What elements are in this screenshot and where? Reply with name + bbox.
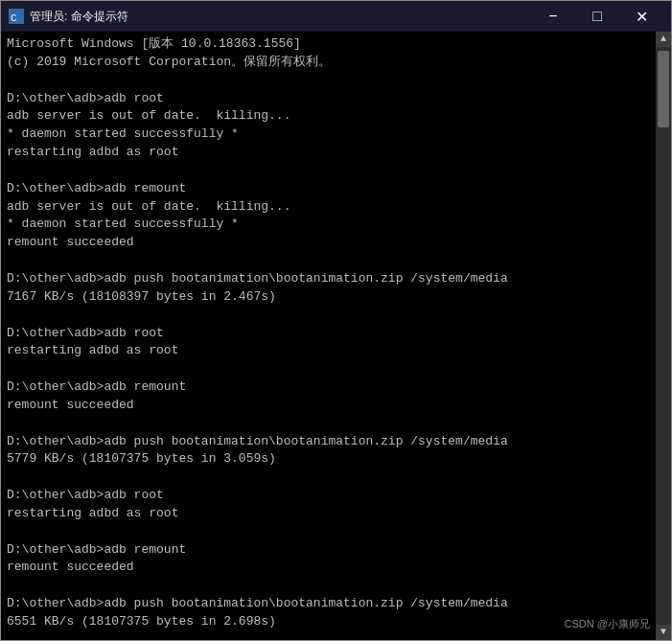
terminal-output: Microsoft Windows [版本 10.0.18363.1556] (… [7,35,665,640]
cmd-icon: C [9,9,24,24]
watermark: CSDN @小康师兄 [565,617,650,632]
scrollbar-thumb[interactable] [658,51,669,127]
scroll-down-arrow[interactable]: ▼ [656,625,671,640]
scrollbar[interactable]: ▲ ▼ [656,32,671,640]
scroll-up-arrow[interactable]: ▲ [656,32,671,47]
maximize-button[interactable]: □ [575,1,619,32]
minimize-button[interactable]: − [531,1,575,32]
terminal-body[interactable]: Microsoft Windows [版本 10.0.18363.1556] (… [1,32,671,640]
window-controls: − □ ✕ [531,1,663,32]
svg-text:C: C [11,12,17,24]
window-title: 管理员: 命令提示符 [30,9,531,25]
titlebar: C 管理员: 命令提示符 − □ ✕ [1,1,671,32]
cmd-window: C 管理员: 命令提示符 − □ ✕ Microsoft Windows [版本… [0,0,672,641]
close-button[interactable]: ✕ [619,1,663,32]
